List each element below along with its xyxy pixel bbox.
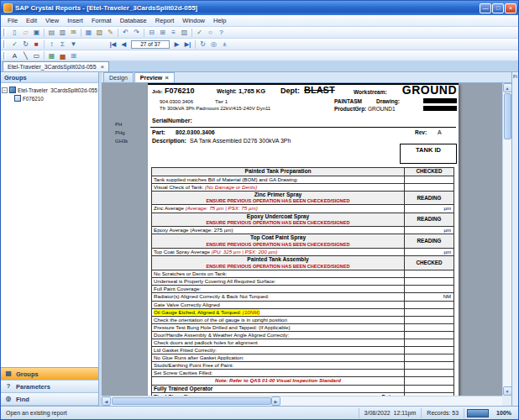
menu-window[interactable]: Window bbox=[178, 15, 209, 26]
vertical-scrollbar[interactable]: ▲ ▼ bbox=[502, 83, 511, 396]
open-report-icon[interactable]: ▱ bbox=[20, 28, 31, 38]
toggle-group-tree-icon[interactable]: ⊟ bbox=[146, 28, 157, 38]
insert-crosstab-icon[interactable]: ⊞ bbox=[68, 50, 79, 60]
scroll-up-icon[interactable]: ▲ bbox=[503, 83, 512, 92]
minimize-button[interactable]: — bbox=[480, 3, 491, 13]
status-records: Records: 53 bbox=[422, 408, 464, 418]
checklist-value-cell bbox=[405, 184, 453, 191]
checklist-item-row: Radiator(s) Aligned Correctly & Back Nut… bbox=[152, 293, 453, 301]
save-icon[interactable]: ▣ bbox=[31, 28, 42, 38]
tree-child-item[interactable]: F076210 bbox=[2, 94, 97, 102]
search-expert-icon[interactable]: ◎ bbox=[208, 39, 219, 50]
item-text-main: Studs/Earthing Point Free of Paint: bbox=[154, 362, 233, 368]
tab-design[interactable]: Design bbox=[103, 72, 134, 82]
document-tab[interactable]: Etel-Traveler_3CardsSplit02d-055 × bbox=[3, 61, 109, 71]
toolbar-grip[interactable] bbox=[3, 52, 6, 60]
menu-format[interactable]: Format bbox=[87, 15, 116, 26]
sidebar-button-find[interactable]: ◎Find bbox=[1, 393, 98, 406]
tab-preview[interactable]: Preview × bbox=[134, 72, 175, 82]
item-text-spec: (Average: 75 µm | PSX: 75 µm) bbox=[186, 205, 258, 211]
new-report-icon[interactable]: ▯ bbox=[9, 28, 20, 38]
insert-picture-icon[interactable]: ▦ bbox=[46, 50, 57, 60]
checklist-value-cell: READING bbox=[405, 213, 453, 227]
document-tab-close-icon[interactable]: × bbox=[101, 63, 105, 71]
group-shortcut-label[interactable]: PH bbox=[115, 122, 128, 127]
export-icon[interactable]: ✉ bbox=[68, 28, 79, 38]
checklist-text-cell: Painted Tank Preparation bbox=[152, 168, 405, 176]
toolbar-grip[interactable] bbox=[3, 40, 6, 48]
group-shortcut-label[interactable]: PHg bbox=[115, 130, 128, 135]
checklist-value-cell bbox=[405, 324, 453, 331]
item-text: Radiator(s) Aligned Correctly & Back Nut… bbox=[154, 293, 269, 299]
next-page-button[interactable]: ▶ bbox=[171, 41, 182, 48]
dependency-checker-icon[interactable]: ✓ bbox=[194, 28, 205, 38]
field-explorer-icon[interactable]: ⊞ bbox=[157, 28, 168, 38]
checklist-note-row: Note: Refer to QAS 01-00 Visual Inspecti… bbox=[152, 377, 453, 385]
group-tree: − Etel-Traveler_3CardsSplit02d-055 F0762… bbox=[1, 83, 98, 367]
menu-help[interactable]: Help bbox=[209, 15, 230, 26]
zoom-indicator bbox=[467, 409, 489, 417]
sidebar-button-parameters[interactable]: ?Parameters bbox=[1, 381, 98, 393]
redo-icon[interactable]: ↷ bbox=[131, 28, 142, 38]
format-painter-icon[interactable]: ✎ bbox=[105, 28, 116, 38]
checklist-text-cell: Epoxy Average (Average: 275 µm) bbox=[152, 227, 405, 234]
group-expert-icon[interactable]: Σ bbox=[57, 39, 68, 50]
insert-line-icon[interactable]: ╲ bbox=[20, 50, 31, 60]
record-sort-icon[interactable]: ↕ bbox=[46, 39, 57, 50]
menu-edit[interactable]: Edit bbox=[22, 15, 41, 26]
last-page-button[interactable]: ▶| bbox=[182, 41, 193, 48]
print-icon[interactable]: ▤ bbox=[46, 28, 57, 38]
menu-view[interactable]: View bbox=[41, 15, 63, 26]
item-text: Tank supplied matches Bill of Material (… bbox=[154, 176, 298, 182]
help-icon[interactable]: ? bbox=[216, 28, 227, 38]
menu-file[interactable]: File bbox=[3, 15, 22, 26]
zoom-control-icon[interactable]: ± bbox=[219, 39, 230, 50]
copy-icon[interactable]: ▦ bbox=[83, 28, 94, 38]
repository-explorer-icon[interactable]: ▨ bbox=[179, 28, 190, 38]
insert-chart-icon[interactable]: ▅ bbox=[57, 50, 68, 60]
sidebar-button-groups[interactable]: ▤Groups bbox=[1, 368, 98, 381]
scroll-left-icon[interactable]: ◀ bbox=[102, 396, 111, 406]
part-value: 802.0300.3406 bbox=[176, 129, 215, 135]
paste-icon[interactable]: ▧ bbox=[94, 28, 105, 38]
checklist-value-cell bbox=[405, 377, 453, 384]
previous-page-button[interactable]: ◀ bbox=[118, 41, 129, 48]
scroll-right-icon[interactable]: ▶ bbox=[271, 396, 280, 406]
horizontal-scrollbar[interactable]: ◀ ▶ bbox=[102, 396, 502, 406]
toolbar-grip[interactable] bbox=[3, 29, 6, 36]
page-number-field[interactable]: 27 of 37 bbox=[131, 40, 170, 49]
first-page-button[interactable]: |◀ bbox=[107, 41, 118, 48]
tree-expander-icon[interactable]: − bbox=[2, 87, 8, 93]
print-preview-icon[interactable]: ▥ bbox=[57, 28, 68, 38]
refresh-data-icon[interactable]: ↻ bbox=[20, 39, 31, 50]
menu-report[interactable]: Report bbox=[151, 15, 179, 26]
restore-button[interactable]: □ bbox=[492, 3, 504, 13]
close-button[interactable]: × bbox=[505, 3, 516, 13]
refresh-report-icon[interactable]: ↻ bbox=[197, 39, 208, 50]
field-explorer-collapsed[interactable]: Fi bbox=[511, 72, 518, 406]
select-expert-icon[interactable]: ▼ bbox=[68, 39, 79, 50]
preview-tab-close-icon[interactable]: × bbox=[165, 74, 169, 81]
item-text-main: Radiator(s) Aligned Correctly & Back Nut… bbox=[154, 293, 269, 299]
report-explorer-icon[interactable]: ≡ bbox=[168, 28, 179, 38]
menu-insert[interactable]: Insert bbox=[63, 15, 87, 26]
horizontal-scroll-thumb[interactable] bbox=[112, 397, 271, 405]
checklist-section-row: Painted Tank AssemblyENSURE PREVIOUS OPE… bbox=[152, 256, 453, 270]
menu-database[interactable]: Database bbox=[116, 15, 151, 26]
zoom-level[interactable]: 100% bbox=[491, 408, 516, 418]
undo-icon[interactable]: ↶ bbox=[120, 28, 131, 38]
zoom-icon[interactable]: ○ bbox=[205, 28, 216, 38]
insert-text-object-icon[interactable]: A bbox=[9, 50, 20, 60]
check-database-icon[interactable]: ✓ bbox=[9, 39, 20, 50]
item-text: Lid Gasket Fitted Correctly: bbox=[154, 347, 217, 353]
stop-loading-icon[interactable]: ■ bbox=[31, 39, 42, 50]
productgrp-label: ProductGrp: bbox=[334, 106, 366, 112]
job-label: Job: bbox=[152, 89, 163, 94]
group-shortcut-label[interactable]: GH3k bbox=[115, 139, 128, 144]
vertical-scroll-thumb[interactable] bbox=[504, 93, 511, 139]
scroll-down-icon[interactable]: ▼ bbox=[503, 386, 512, 396]
checklist-text-cell: Painted Tank AssemblyENSURE PREVIOUS OPE… bbox=[152, 256, 405, 270]
checklist-value-cell: CHECKED bbox=[405, 168, 453, 176]
tree-root-item[interactable]: − Etel-Traveler_3CardsSplit02d-055 bbox=[2, 86, 97, 94]
insert-box-icon[interactable]: ▭ bbox=[31, 50, 42, 60]
